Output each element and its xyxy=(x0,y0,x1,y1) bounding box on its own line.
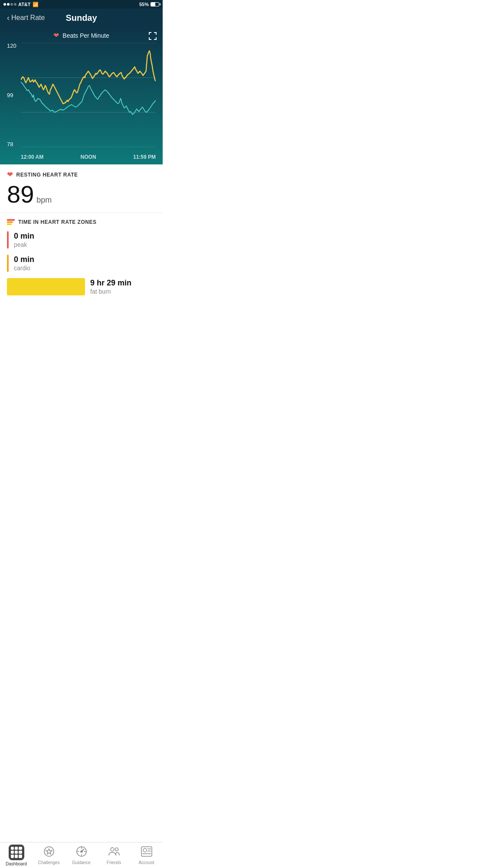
fatburn-duration: 9 hr 29 min xyxy=(90,278,131,288)
zones-bar-yellow xyxy=(7,223,12,225)
battery-icon xyxy=(151,2,159,7)
chart-area: 120 99 78 12:00 AM NOON 11:59 PM xyxy=(7,43,156,164)
x-axis-labels: 12:00 AM NOON 11:59 PM xyxy=(21,154,156,164)
chart-container: ❤ Beats Per Minute 120 99 78 xyxy=(0,26,163,164)
zones-bar-orange xyxy=(7,221,13,223)
dot3 xyxy=(10,3,13,6)
y-label-99: 99 xyxy=(7,92,16,98)
chart-svg xyxy=(21,43,156,147)
zones-icon xyxy=(7,219,15,225)
fatburn-bar-fill xyxy=(7,278,85,295)
zones-section-header: TIME IN HEART RATE ZONES xyxy=(7,219,156,225)
back-button[interactable]: ‹ Heart Rate xyxy=(7,14,45,22)
battery-fill xyxy=(151,3,155,6)
dot1 xyxy=(3,3,6,6)
x-label-end: 11:59 PM xyxy=(133,154,156,160)
content-area: ❤ RESTING HEART RATE 89 bpm TIME IN HEAR… xyxy=(0,164,163,308)
status-bar: AT&T 📶 10:09 AM 55% xyxy=(0,0,163,9)
peak-zone-duration: 0 min xyxy=(14,232,156,241)
battery-pct: 55% xyxy=(139,2,149,7)
cardio-zone-text: 0 min cardio xyxy=(14,255,156,272)
expand-button[interactable] xyxy=(148,31,157,43)
zones-section: TIME IN HEART RATE ZONES 0 min peak 0 mi… xyxy=(0,213,163,308)
resting-section-label: RESTING HEART RATE xyxy=(16,172,78,178)
resting-number: 89 xyxy=(7,182,34,206)
fatburn-name: fat burn xyxy=(90,288,131,295)
chart-legend-label: Beats Per Minute xyxy=(62,32,109,39)
cardio-zone-bar xyxy=(7,255,9,272)
back-label: Heart Rate xyxy=(11,14,45,22)
nav-spacer xyxy=(0,308,163,336)
carrier-label: AT&T xyxy=(18,2,31,7)
resting-unit: bpm xyxy=(36,196,52,205)
y-label-78: 78 xyxy=(7,141,16,147)
peak-zone-name: peak xyxy=(14,241,156,248)
chart-legend: ❤ Beats Per Minute xyxy=(7,31,156,39)
peak-zone-text: 0 min peak xyxy=(14,232,156,248)
resting-heart-rate-section: ❤ RESTING HEART RATE 89 bpm xyxy=(0,164,163,213)
zones-section-label: TIME IN HEART RATE ZONES xyxy=(18,219,96,225)
resting-value: 89 bpm xyxy=(7,182,156,206)
wifi-icon: 📶 xyxy=(33,2,39,7)
dot2 xyxy=(7,3,10,6)
cardio-zone-duration: 0 min xyxy=(14,255,156,264)
peak-zone-item: 0 min peak xyxy=(7,231,156,249)
fatburn-zone-item: 9 hr 29 min fat burn xyxy=(7,278,156,295)
peak-zone-bar xyxy=(7,231,9,249)
fatburn-zone-text: 9 hr 29 min fat burn xyxy=(90,278,131,295)
y-axis-labels: 120 99 78 xyxy=(7,43,16,147)
fatburn-zone-row: 9 hr 29 min fat burn xyxy=(7,278,156,295)
x-label-noon: NOON xyxy=(81,154,96,160)
cardio-zone-name: cardio xyxy=(14,265,156,272)
page-title: Sunday xyxy=(66,13,97,23)
zones-bar-red xyxy=(7,219,15,221)
status-right: 55% xyxy=(139,2,159,7)
x-label-start: 12:00 AM xyxy=(21,154,43,160)
header: ‹ Heart Rate Sunday xyxy=(0,9,163,26)
y-label-120: 120 xyxy=(7,43,16,49)
signal-dots xyxy=(3,3,16,6)
back-chevron-icon: ‹ xyxy=(7,14,10,22)
dot4 xyxy=(14,3,16,6)
resting-section-header: ❤ RESTING HEART RATE xyxy=(7,170,156,179)
status-left: AT&T 📶 xyxy=(3,2,39,7)
cardio-zone-item: 0 min cardio xyxy=(7,255,156,272)
heart-section-icon: ❤ xyxy=(7,170,13,179)
heart-legend-icon: ❤ xyxy=(53,31,59,39)
